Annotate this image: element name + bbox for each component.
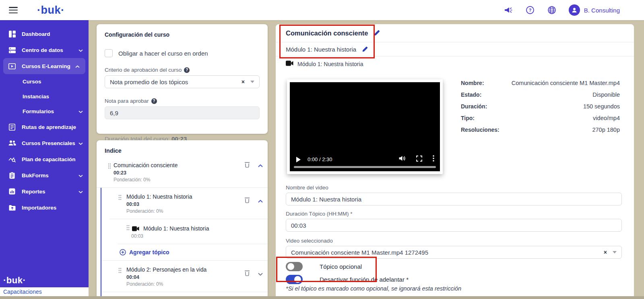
buk-logo: ·buk· [37,4,64,17]
meta-value: 270p 180p [592,127,620,133]
meta-label: Tipo: [461,115,475,121]
order-checkbox[interactable] [105,49,113,57]
trash-icon[interactable] [244,270,250,278]
drag-handle-icon[interactable] [118,268,122,275]
topic-label: Módulo 1: Nuestra historia [297,61,363,67]
reports-icon [8,188,16,195]
index-row-module-2[interactable]: Módulo 2: Personajes en la vida 00:04 Po… [101,261,268,292]
chevron-up-icon[interactable] [258,197,263,204]
kebab-menu-icon[interactable] [433,155,434,163]
dashboard-icon [8,31,16,37]
sidebar-item-cursos-elearning[interactable]: Cursos E-Learning [3,58,85,74]
learning-path-icon [8,124,16,131]
play-icon[interactable] [296,157,301,162]
sidebar-item-bukforms[interactable]: BukForms [0,167,89,183]
edit-pencil-icon[interactable] [362,46,368,52]
megaphone-icon[interactable] [504,5,513,15]
meta-label: Resoluciones: [461,127,500,133]
trash-icon[interactable] [244,161,250,169]
meta-value: Comunicación consciente M1 Master.mp4 [512,80,620,86]
help-icon[interactable]: ? [525,5,535,15]
index-item-duration: 00:03 [126,201,192,207]
optional-topic-toggle[interactable] [286,262,303,271]
course-title: Comunicación consciente [286,29,368,37]
sidebar-item-instancias[interactable]: Instancias [0,89,89,104]
index-item-weight: Ponderación: 0% [114,177,178,183]
video-camera-icon [132,226,139,231]
sidebar-item-cursos[interactable]: Cursos [0,74,89,89]
sidebar-item-label: Formularios [23,108,54,114]
sidebar-item-label: Reportes [22,189,45,195]
clear-icon[interactable]: × [242,79,245,85]
sidebar-item-cursos-presenciales[interactable]: Cursos Presenciales [0,135,89,151]
video-player[interactable]: 0:00 / 2:30 [287,79,443,174]
user-menu[interactable]: B. Consulting [569,4,620,16]
chevron-up-icon[interactable] [258,162,263,169]
sidebar-item-label: Cursos E-Learning [22,63,70,69]
clear-icon[interactable]: × [604,249,607,255]
disable-forward-label: Desactivar función de adelantar * [320,276,409,283]
sidebar-item-rutas-de-aprendizaje[interactable]: Rutas de aprendizaje [0,119,89,135]
sidebar-item-label: Cursos [23,79,41,85]
add-topic-button[interactable]: Agregar tópico [101,244,268,260]
index-item-weight: Ponderación: 0% [126,208,192,214]
video-progress-bar[interactable] [294,166,436,168]
people-icon [8,140,16,146]
hamburger-icon[interactable] [9,7,18,13]
sidebar-item-formularios[interactable]: Formularios [0,104,89,119]
drag-handle-icon[interactable] [126,225,130,232]
optional-topic-label: Tópico opcional [320,263,362,270]
index-item-title: Módulo 2: Personajes en la vida [126,266,206,273]
approval-criteria-select[interactable]: Nota promedio de los tópicos × [105,75,260,88]
chevron-down-icon [78,47,83,53]
clipboard-icon [8,172,16,179]
importer-icon [8,205,16,211]
help-icon[interactable]: ? [151,98,157,104]
topic-duration-input[interactable]: 00:03 [286,219,622,232]
sidebar-item-dashboard[interactable]: Dashboard [0,26,89,42]
topic-detail-panel: Comunicación consciente Módulo 1: Nuestr… [276,24,634,299]
selected-video-value: Comunicación consciente M1 Master.mp4 12… [291,249,428,256]
svg-text:?: ? [528,8,531,12]
index-item-duration: 00:03 [131,233,268,239]
sidebar-item-label: Centro de datos [22,47,63,53]
chevron-down-icon [78,172,83,179]
index-row-course[interactable]: Comunicación consciente 00:23 Ponderació… [97,154,268,187]
trash-icon[interactable] [244,197,250,205]
disable-forward-toggle[interactable] [286,275,303,284]
edit-pencil-icon[interactable] [374,30,380,36]
index-row-topic-video[interactable]: Módulo 1: Nuestra historia 00:03 [101,219,268,244]
passing-grade-value: 6,9 [110,110,118,116]
buk-logo-sidebar: ·buk· [3,275,89,286]
caret-down-icon[interactable] [613,251,617,253]
index-row-module-1[interactable]: Módulo 1: Nuestra historia 00:03 Pondera… [101,188,268,219]
globe-icon[interactable] [547,5,557,15]
course-config-title: Configuración del curso [105,31,260,38]
caret-down-icon[interactable] [250,81,254,83]
video-camera-icon [286,60,293,68]
volume-icon[interactable] [399,155,406,163]
video-name-input[interactable]: Módulo 1: Nuestra historia [286,193,622,206]
drag-handle-icon[interactable] [108,163,111,170]
index-item-duration: 00:23 [114,170,178,176]
drag-handle-icon[interactable] [118,195,122,202]
video-metadata: Nombre:Comunicación consciente M1 Master… [461,80,620,138]
sidebar-item-importadores[interactable]: Importadores [0,199,89,216]
sidebar-item-plan-de-capacitacion[interactable]: Plan de capacitación [0,151,89,167]
index-item-title: Módulo 1: Nuestra historia [126,193,192,200]
app-label-capacitaciones[interactable]: Capacitaciones [0,287,89,296]
video-name-label: Nombre del video [286,185,622,191]
fullscreen-icon[interactable] [416,156,422,163]
chevron-down-icon[interactable] [258,270,263,277]
meta-value: video/mp4 [593,115,620,121]
index-card: Indice Comunicación consciente 00:23 Pon… [97,140,268,299]
elearning-icon [8,63,16,69]
index-item-title: Módulo 1: Nuestra historia [143,225,209,232]
sidebar-item-centro-de-datos[interactable]: Centro de datos [0,42,89,58]
selected-video-select[interactable]: Comunicación consciente M1 Master.mp4 12… [286,246,622,259]
passing-grade-input[interactable]: 6,9 [105,106,260,119]
chevron-down-icon [78,108,83,114]
help-icon[interactable]: ? [184,67,190,73]
sidebar-item-reportes[interactable]: Reportes [0,183,89,199]
sidebar-item-label: Instancias [23,93,49,100]
